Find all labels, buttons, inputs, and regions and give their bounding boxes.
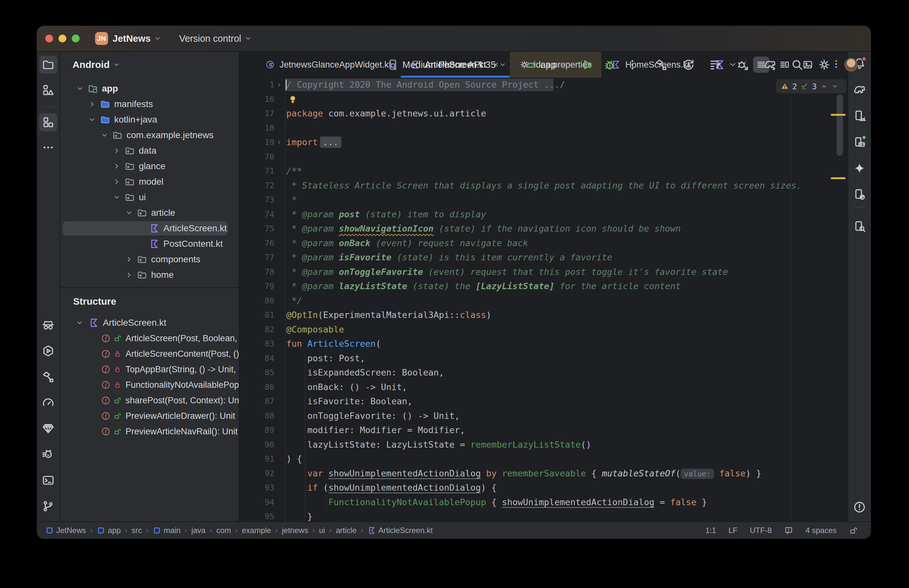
line-number[interactable]: 16 <box>239 92 274 107</box>
apply-changes-button[interactable]: A <box>681 58 696 72</box>
chevron-down-icon[interactable] <box>112 193 121 202</box>
breadcrumb-jetnews[interactable]: JetNews <box>45 526 86 535</box>
breadcrumb-src[interactable]: src <box>132 526 142 535</box>
previous-problem-icon[interactable] <box>820 82 828 90</box>
vcs-widget[interactable]: Version control <box>179 33 252 44</box>
chevron-down-icon[interactable] <box>100 131 109 140</box>
line-number[interactable]: 17 <box>239 107 274 121</box>
more-horizontal-tool-button[interactable] <box>39 139 57 157</box>
incognito-tool-button[interactable] <box>39 316 57 334</box>
structure-item[interactable]: fPreviewArticleDrawer(): Unit <box>60 408 239 424</box>
close-window-button[interactable] <box>45 35 53 42</box>
fold-arrow-icon[interactable] <box>276 135 284 150</box>
line-number[interactable]: 1 <box>239 78 274 92</box>
more-run-options-button[interactable] <box>623 56 641 74</box>
tree-item-data[interactable]: data <box>60 143 239 158</box>
gradle-elephant-tool-button[interactable] <box>851 81 869 99</box>
line-number[interactable]: 93 <box>239 481 274 495</box>
layout-inspector-tool-button[interactable] <box>851 217 869 236</box>
line-number[interactable]: 89 <box>239 423 274 438</box>
tree-item-home[interactable]: home <box>60 267 239 283</box>
breadcrumb-app[interactable]: app <box>97 526 121 535</box>
minimize-window-button[interactable] <box>58 35 66 42</box>
breadcrumb-article[interactable]: article <box>336 526 357 535</box>
line-number[interactable]: 86 <box>239 380 274 394</box>
settings-button[interactable] <box>817 58 832 72</box>
line-number[interactable]: 78 <box>239 265 274 279</box>
line-number[interactable]: 88 <box>239 409 274 423</box>
structure-item[interactable]: fPreviewArticleNavRail(): Unit <box>60 424 239 439</box>
chevron-down-icon[interactable] <box>75 318 84 327</box>
problems-tool-button[interactable] <box>851 498 869 516</box>
tree-item-ui[interactable]: ui <box>60 189 239 205</box>
status-1-1[interactable]: 1:1 <box>706 526 716 535</box>
folder-project-tool-button[interactable] <box>39 56 57 74</box>
line-number[interactable]: 84 <box>239 351 274 366</box>
chevron-right-icon[interactable] <box>112 146 121 155</box>
project-selector[interactable]: JetNews <box>113 33 162 44</box>
fold-arrow-icon[interactable] <box>276 78 284 92</box>
line-number[interactable]: 83 <box>239 337 274 351</box>
zoom-window-button[interactable] <box>72 35 79 42</box>
line-number[interactable]: 73 <box>239 193 274 207</box>
debug-button[interactable] <box>601 56 619 74</box>
sparkle-tool-button[interactable] <box>851 159 869 177</box>
profiler-list-button[interactable] <box>709 58 723 72</box>
status-utf-8[interactable]: UTF-8 <box>750 526 772 535</box>
chevron-right-icon[interactable] <box>112 162 121 171</box>
line-number[interactable]: 90 <box>239 438 274 452</box>
structure-root[interactable]: ArticleScreen.kt <box>60 315 239 331</box>
line-number[interactable]: 87 <box>239 394 274 409</box>
structure-squares-tool-button[interactable] <box>39 113 57 131</box>
tree-item-articlescreen-kt[interactable]: ArticleScreen.kt <box>60 221 239 236</box>
hammer-tool-button[interactable] <box>39 368 57 386</box>
lock-open-gray-status-icon[interactable] <box>849 526 858 535</box>
line-number[interactable]: 80 <box>239 294 274 308</box>
chevron-right-icon[interactable] <box>124 255 134 264</box>
chevron-right-icon[interactable] <box>124 286 134 287</box>
line-number[interactable]: 79 <box>239 279 274 294</box>
tree-item-components[interactable]: components <box>60 252 239 267</box>
structure-item[interactable]: fArticleScreenContent(Post, () <box>60 346 239 362</box>
line-number[interactable]: 81 <box>239 308 274 323</box>
chevron-right-icon[interactable] <box>124 270 134 279</box>
editor-scrollbar[interactable] <box>836 94 843 156</box>
tree-item-article[interactable]: article <box>60 205 239 221</box>
inspection-bubble-status-icon[interactable] <box>784 526 793 535</box>
device-manager-tool-button[interactable] <box>851 107 869 125</box>
line-number[interactable]: 95 <box>239 509 274 522</box>
breadcrumb-ui[interactable]: ui <box>319 526 325 535</box>
logcat-cat-tool-button[interactable] <box>39 445 57 464</box>
line-number[interactable]: 76 <box>239 236 274 250</box>
services-hexagon-tool-button[interactable] <box>39 342 57 360</box>
structure-item[interactable]: fFunctionalityNotAvailablePop <box>60 377 239 393</box>
gem-tool-button[interactable] <box>39 420 57 438</box>
user-avatar[interactable] <box>844 58 858 71</box>
line-number[interactable]: 91 <box>239 452 274 466</box>
build-hammer-button[interactable] <box>654 58 668 72</box>
line-number[interactable]: 92 <box>239 466 274 481</box>
tree-item-model[interactable]: model <box>60 174 239 189</box>
line-number[interactable]: 74 <box>239 207 274 222</box>
tab-jetnewsglanceappwidget-kt[interactable]: JetnewsGlanceAppWidget.kt <box>255 52 401 78</box>
line-number[interactable]: 19 <box>239 135 274 150</box>
tree-item-app[interactable]: app <box>60 81 239 96</box>
breadcrumb-example[interactable]: example <box>242 526 271 535</box>
project-view-header[interactable]: Android <box>60 52 239 78</box>
lightbulb-icon[interactable] <box>288 94 298 104</box>
tree-item-glance[interactable]: glance <box>60 158 239 174</box>
run-configuration-selector[interactable]: app <box>525 58 567 71</box>
tree-item-postcontent-kt[interactable]: PostContent.kt <box>60 236 239 252</box>
status-4-spaces[interactable]: 4 spaces <box>806 526 836 535</box>
structure-item[interactable]: fTopAppBar(String, () -> Unit, <box>60 362 239 377</box>
chevron-down-icon[interactable] <box>75 84 84 93</box>
inspections-widget[interactable]: 23 <box>776 79 847 94</box>
tree-item-manifests[interactable]: manifests <box>60 96 239 112</box>
breadcrumb-com[interactable]: com <box>216 526 231 535</box>
line-number[interactable]: 85 <box>239 365 274 380</box>
vcs-branch-tool-button[interactable] <box>39 497 57 515</box>
chevron-down-icon[interactable] <box>88 115 97 124</box>
next-problem-icon[interactable] <box>831 82 839 90</box>
tree-item-com-example-jetnews[interactable]: com.example.jetnews <box>60 128 239 143</box>
search-button[interactable] <box>790 58 804 72</box>
